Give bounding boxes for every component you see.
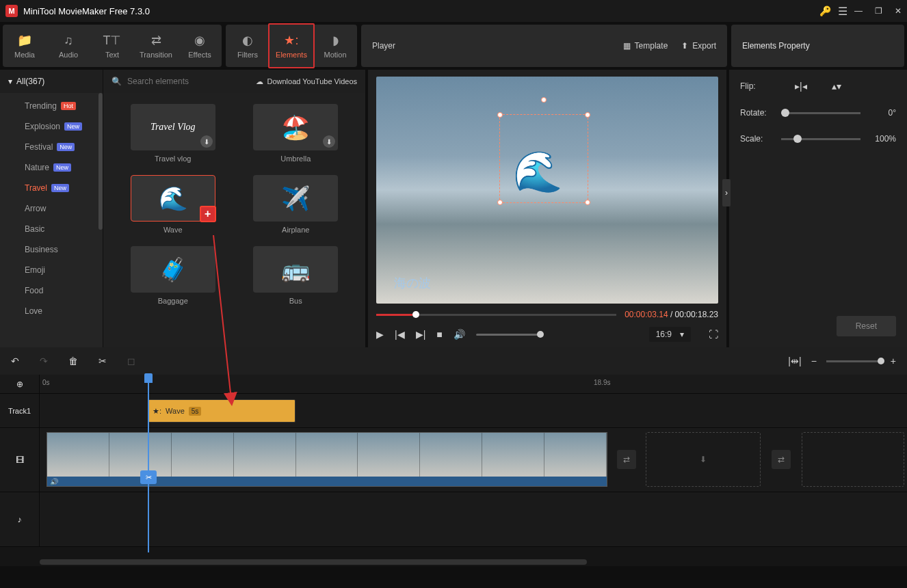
tab-text[interactable]: T⊤Text [90,25,134,67]
audio-track-icon: ♪ [0,492,40,546]
reset-button[interactable]: Reset [837,316,896,336]
element-card-baggage[interactable]: 🧳Baggage [124,246,222,305]
tab-filters[interactable]: ◐Filters [226,25,270,67]
elements-icon: ★: [284,33,298,48]
volume-icon[interactable]: 🔊 [454,329,465,340]
hamburger-icon[interactable]: ☰ [838,5,847,18]
zoom-in-button[interactable]: + [891,356,896,366]
handle-tr[interactable] [585,112,590,118]
category-arrow[interactable]: Arrow [0,198,103,219]
element-card-bus[interactable]: 🚌Bus [247,246,345,305]
player-title: Player [372,41,395,51]
template-button[interactable]: ▦Template [623,41,668,51]
properties-header: Elements Property [731,25,904,67]
app-title: MiniTool MovieMaker Free 7.3.0 [23,6,819,16]
prev-frame-button[interactable]: |◀ [395,329,405,340]
element-thumb[interactable]: 🧳 [131,246,215,293]
timeline-hscrollbar[interactable] [40,559,587,565]
video-clip[interactable]: 🔊 [47,432,607,487]
stop-button[interactable]: ■ [436,329,442,340]
elements-panel: 🔍 ☁Download YouTube Videos Travel Vlog⬇T… [103,70,365,347]
playhead[interactable]: ✂ [148,375,149,552]
play-button[interactable]: ▶ [376,329,384,340]
category-nature[interactable]: NatureNew [0,157,103,178]
element-thumb[interactable]: 🌊+ [131,175,215,222]
element-card-airplane[interactable]: ✈️Airplane [247,175,345,234]
key-icon[interactable]: 🔑 [819,5,831,16]
handle-rotate[interactable] [541,97,547,103]
element-card-umbrella[interactable]: 🏖️⬇Umbrella [247,104,345,163]
element-card-travel-vlog[interactable]: Travel Vlog⬇Travel vlog [124,104,222,163]
category-basic[interactable]: Basic [0,219,103,239]
add-track-button[interactable]: ⊕ [0,375,40,393]
seek-bar[interactable]: 00:00:03.14 / 00:00:18.23 [376,308,718,321]
categories-scrollbar[interactable] [98,93,103,230]
cloud-download-icon: ☁ [256,77,263,86]
category-travel[interactable]: TravelNew [0,178,103,198]
category-love[interactable]: Love [0,301,103,321]
download-icon[interactable]: ⬇ [200,135,213,148]
fit-timeline-button[interactable]: |⇹| [788,356,801,366]
close-icon[interactable]: ✕ [895,6,902,16]
flip-vertical-button[interactable]: ▴▾ [832,81,841,92]
tab-motion[interactable]: ◗Motion [313,25,357,67]
category-explosion[interactable]: ExplosionNew [0,116,103,137]
app-logo: M [5,5,18,17]
aspect-dropdown[interactable]: 16:9▾ [649,327,691,342]
element-thumb[interactable]: ✈️ [253,175,338,222]
category-business[interactable]: Business [0,239,103,260]
category-emoji[interactable]: Emoji [0,260,103,280]
playhead-cut-button[interactable]: ✂ [140,470,157,484]
scale-slider[interactable] [781,138,860,140]
redo-button[interactable]: ↷ [40,356,48,366]
category-festival[interactable]: FestivalNew [0,137,103,157]
tab-audio[interactable]: ♫Audio [47,25,90,67]
add-element-button[interactable]: + [200,206,216,222]
volume-slider[interactable] [476,334,540,336]
handle-br[interactable] [585,200,590,205]
fullscreen-button[interactable]: ⛶ [709,329,718,340]
collapse-props-button[interactable]: › [722,179,731,206]
handle-tl[interactable] [497,112,503,118]
timeline-toolbar: ↶ ↷ 🗑 ✂ ◻ |⇹| − + [0,347,907,375]
element-thumb[interactable]: 🚌 [253,246,338,293]
flip-horizontal-button[interactable]: ▸|◂ [795,81,807,92]
crop-button[interactable]: ◻ [127,356,135,366]
element-card-wave[interactable]: 🌊+Wave [124,175,222,234]
tab-effects[interactable]: ◉Effects [178,25,222,67]
tab-transition[interactable]: ⇄Transition [134,25,178,67]
category-food[interactable]: Food [0,280,103,301]
element-clip-wave[interactable]: ★: Wave 5s [148,399,295,423]
export-button[interactable]: ⬆Export [681,41,716,51]
rotate-slider[interactable] [781,112,860,114]
download-youtube-button[interactable]: ☁Download YouTube Videos [256,77,358,86]
rotate-value: 0° [869,108,896,118]
handle-bl[interactable] [497,200,503,205]
next-frame-button[interactable]: ▶| [416,329,426,340]
selection-box[interactable] [499,114,588,203]
delete-button[interactable]: 🗑 [68,356,78,366]
element-thumb[interactable]: 🏖️⬇ [253,104,338,150]
filters-icon: ◐ [242,33,253,48]
transition-slot-1[interactable]: ⇄ [617,450,636,469]
tab-elements[interactable]: ★:Elements [270,25,313,67]
zoom-out-button[interactable]: − [811,356,817,366]
download-icon[interactable]: ⬇ [323,135,335,148]
transition-slot-2[interactable]: ⇄ [772,450,791,469]
element-thumb[interactable]: Travel Vlog⬇ [131,104,215,150]
undo-button[interactable]: ↶ [11,356,19,366]
maximize-icon[interactable]: ❐ [875,6,882,16]
search-input[interactable] [127,77,250,86]
badge-new: New [64,122,82,131]
preview-canvas[interactable]: 🌊 海の波 [376,77,718,304]
drop-slot-1[interactable]: ⬇ [646,432,761,487]
tab-media[interactable]: 📁Media [3,25,47,67]
properties-title: Elements Property [742,41,810,51]
timeline-ruler[interactable]: 0s 18.9s [40,375,907,393]
category-trending[interactable]: TrendingHot [0,96,103,116]
minimize-icon[interactable]: — [854,6,863,16]
categories-all[interactable]: ▾All(367) [0,70,103,93]
zoom-slider[interactable] [826,360,881,362]
drop-slot-2[interactable] [802,432,904,487]
split-button[interactable]: ✂ [98,356,107,366]
